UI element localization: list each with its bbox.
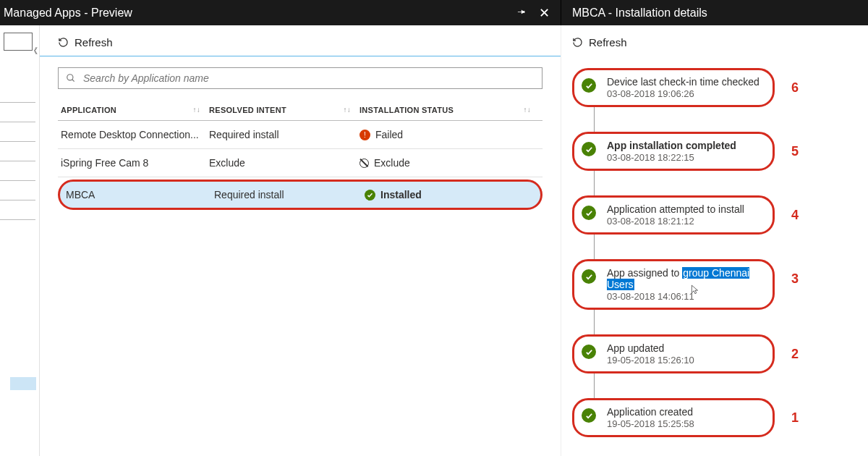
page-title-left: Managed Apps - Preview [4,7,132,20]
close-icon[interactable]: ✕ [539,5,550,21]
sort-icon: ↑↓ [192,106,200,114]
failed-icon: ! [359,130,370,140]
rail-item-active[interactable] [10,377,36,390]
annotation-number: 5 [791,144,799,159]
sort-icon: ↑↓ [523,106,531,114]
success-icon [582,78,596,93]
cell-intent: Required install [214,189,365,200]
timeline-connector [594,373,595,398]
pin-icon[interactable] [516,7,526,19]
rail-item[interactable] [0,200,35,220]
divider [40,56,561,56]
rail-item[interactable] [4,33,33,51]
rail-item[interactable] [0,161,35,181]
timeline-item[interactable]: App installation completed03-08-2018 18:… [572,132,775,171]
timeline-item[interactable]: Application created19-05-2018 15:25:581 [572,398,775,437]
cell-app: iSpring Free Cam 8 [61,157,209,169]
search-input-wrapper[interactable] [58,67,542,89]
search-input[interactable] [83,72,535,84]
annotation-number: 4 [791,208,799,223]
search-icon [66,73,76,83]
success-icon [582,269,596,284]
cell-status: Exclude [359,157,540,169]
timeline-item[interactable]: App updated19-05-2018 15:26:102 [572,334,775,373]
cell-app: Remote Desktop Connection... [61,129,209,140]
timeline-timestamp: 03-08-2018 18:21:12 [607,216,744,227]
refresh-label: Refresh [589,36,627,48]
collapse-icon[interactable]: 《 [30,46,38,56]
timeline-item[interactable]: Device last check-in time checked03-08-2… [572,68,775,107]
cell-intent: Required install [209,129,359,140]
col-intent[interactable]: RESOLVED INTENT↑↓ [209,106,359,114]
timeline-timestamp: 03-08-2018 19:06:26 [607,88,760,99]
timeline-connector [594,107,595,132]
timeline-timestamp: 03-08-2018 18:22:15 [607,152,736,163]
annotation-number: 6 [791,80,799,96]
annotation-number: 1 [791,410,799,426]
refresh-icon [572,37,583,48]
timeline-title: Application created [607,406,694,418]
rail-item[interactable] [0,122,35,142]
timeline-item[interactable]: App assigned to group Chennai Users03-08… [572,259,775,310]
timeline-connector [594,235,595,259]
table-row[interactable]: iSpring Free Cam 8 Exclude Exclude [58,149,542,177]
success-icon [365,190,375,200]
rail-item[interactable] [0,142,35,161]
success-icon [582,206,596,220]
timeline-connector [594,171,595,195]
rail-item[interactable] [0,83,35,103]
timeline-title: Application attempted to install [607,203,744,215]
table-row-selected[interactable]: MBCA Required install Installed [58,180,542,210]
svg-line-1 [72,80,75,82]
timeline-title: Device last check-in time checked [607,76,760,88]
success-icon [582,408,596,423]
timeline-title: App updated [607,342,694,354]
cursor-icon [690,283,700,296]
timeline-item[interactable]: Application attempted to install03-08-20… [572,195,775,235]
cell-intent: Exclude [209,157,359,169]
timeline-title: App installation completed [607,140,736,151]
annotation-number: 3 [791,271,799,287]
refresh-button[interactable]: Refresh [58,36,542,48]
timeline-title: App assigned to group Chennai Users [607,267,765,290]
sidebar-rail: 《 [0,25,40,456]
page-title-right: MBCA - Installation details [572,7,707,20]
timeline-connector [594,310,595,334]
svg-point-0 [67,75,73,80]
timeline-timestamp: 19-05-2018 15:26:10 [607,355,694,366]
annotation-number: 2 [791,347,799,362]
success-icon [582,345,596,359]
cell-status: Installed [365,189,535,200]
refresh-label: Refresh [75,36,113,48]
apps-table: APPLICATION↑↓ RESOLVED INTENT↑↓ INSTALLA… [58,100,542,210]
cell-status: ! Failed [359,129,540,140]
refresh-button[interactable]: Refresh [572,36,864,48]
timeline: Device last check-in time checked03-08-2… [572,68,864,456]
col-status[interactable]: INSTALLATION STATUS↑↓ [359,106,540,114]
success-icon [582,142,596,156]
timeline-timestamp: 03-08-2018 14:06:11 [607,291,765,302]
rail-item[interactable] [0,181,35,200]
timeline-timestamp: 19-05-2018 15:25:58 [607,418,694,429]
table-row[interactable]: Remote Desktop Connection... Required in… [58,121,542,149]
cell-app: MBCA [66,189,214,200]
sort-icon: ↑↓ [343,106,351,114]
col-application[interactable]: APPLICATION↑↓ [61,106,209,114]
rail-item[interactable] [0,103,35,122]
refresh-icon [58,37,69,48]
exclude-icon [359,159,369,168]
